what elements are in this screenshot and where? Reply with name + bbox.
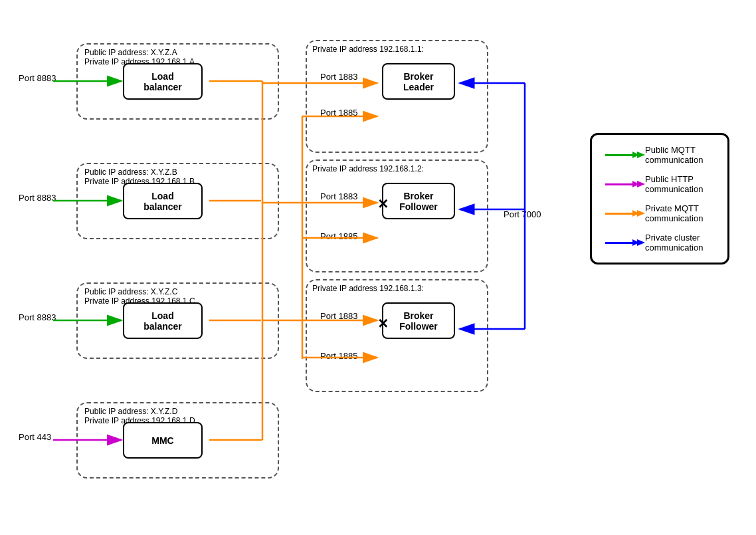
region-broker-follower1-label: Private IP address 192.168.1.2: bbox=[312, 164, 424, 173]
legend-label-mqtt-private: Private MQTTcommunication bbox=[645, 203, 703, 223]
legend-label-mqtt-public: Public MQTT communication bbox=[645, 145, 714, 165]
load-balancer-b: Loadbalancer bbox=[123, 183, 203, 219]
port-1883-follower2: Port 1883 bbox=[320, 311, 357, 321]
port-7000: Port 7000 bbox=[504, 209, 541, 219]
port-1883-leader: Port 1883 bbox=[320, 72, 357, 82]
legend-item-mqtt-private: Private MQTTcommunication bbox=[605, 203, 714, 223]
legend-arrow-purple bbox=[605, 183, 638, 185]
port-8883-c: Port 8883 bbox=[19, 312, 56, 322]
port-1885-follower1: Port 1885 bbox=[320, 231, 357, 241]
port-8883-b: Port 8883 bbox=[19, 193, 56, 203]
legend-arrow-blue bbox=[605, 242, 638, 244]
port-8883-a: Port 8883 bbox=[19, 73, 56, 83]
port-1883-follower1: Port 1883 bbox=[320, 191, 357, 201]
region-broker-leader-label: Private IP address 192.168.1.1: bbox=[312, 45, 424, 54]
legend-label-cluster: Private clustercommunication bbox=[645, 233, 703, 253]
main-diagram: Public IP address: X.Y.Z.A Private IP ad… bbox=[0, 0, 756, 535]
legend-item-http-public: Public HTTPcommunication bbox=[605, 174, 714, 194]
broker-follower2-node: BrokerFollower bbox=[382, 302, 455, 339]
legend-arrow-orange bbox=[605, 213, 638, 215]
x-mark-follower1: ✕ bbox=[377, 196, 389, 212]
region-broker-follower2-label: Private IP address 192.168.1.3: bbox=[312, 284, 424, 293]
legend: Public MQTT communication Public HTTPcom… bbox=[590, 133, 729, 265]
load-balancer-a: Loadbalancer bbox=[123, 63, 203, 100]
broker-follower1-node: BrokerFollower bbox=[382, 183, 455, 219]
legend-item-mqtt-public: Public MQTT communication bbox=[605, 145, 714, 165]
legend-item-cluster: Private clustercommunication bbox=[605, 233, 714, 253]
legend-label-http-public: Public HTTPcommunication bbox=[645, 174, 703, 194]
mmc-node: MMC bbox=[123, 422, 203, 459]
port-1885-leader: Port 1885 bbox=[320, 108, 357, 118]
port-443: Port 443 bbox=[19, 432, 51, 442]
broker-leader-node: BrokerLeader bbox=[382, 63, 455, 100]
port-1885-follower2: Port 1885 bbox=[320, 351, 357, 361]
load-balancer-c: Loadbalancer bbox=[123, 302, 203, 339]
x-mark-follower2: ✕ bbox=[377, 316, 389, 332]
legend-arrow-green bbox=[605, 154, 638, 156]
